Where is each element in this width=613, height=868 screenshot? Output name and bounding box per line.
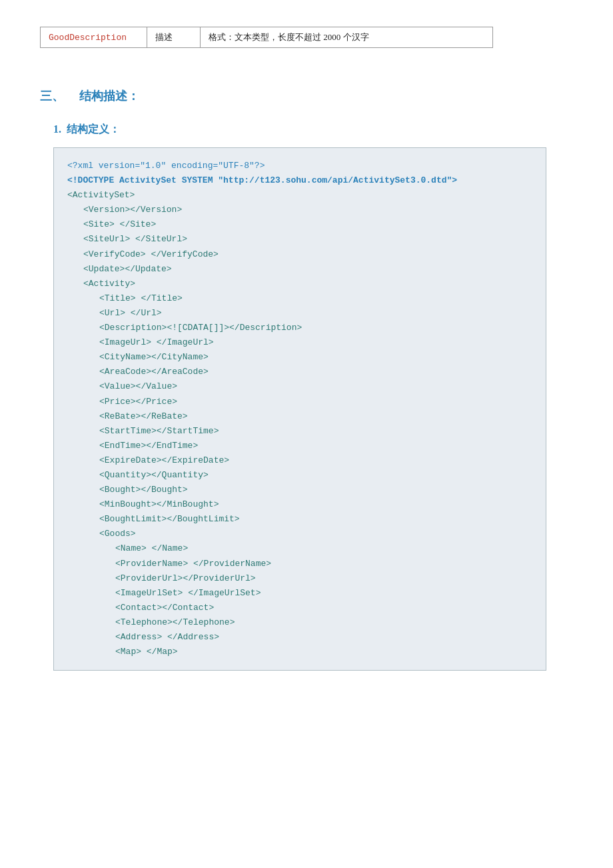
code-line-31: <Contact></Contact> — [67, 601, 532, 615]
code-line-25: <BoughtLimit></BoughtLimit> — [67, 512, 532, 527]
code-line-5: <Site> </Site> — [67, 217, 532, 232]
code-line-9: <Activity> — [67, 277, 532, 291]
code-line-24: <MinBought></MinBought> — [67, 497, 532, 512]
code-line-29: <ProviderUrl></ProviderUrl> — [67, 571, 532, 586]
code-line-27: <Name> </Name> — [67, 541, 532, 556]
code-line-2: <!DOCTYPE ActivitySet SYSTEM "http://t12… — [67, 173, 532, 188]
subsection-heading: 1. 结构定义： — [53, 123, 573, 137]
code-line-10: <Title> </Title> — [67, 291, 532, 306]
field-desc-cell: 格式：文本类型，长度不超过 2000 个汉字 — [201, 27, 493, 48]
code-line-34: <Map> </Map> — [67, 645, 532, 659]
code-line-19: <StartTime></StartTime> — [67, 424, 532, 439]
code-line-22: <Quantity></Quantity> — [67, 468, 532, 483]
code-line-8: <Update></Update> — [67, 262, 532, 277]
code-line-7: <VerifyCode> </VerifyCode> — [67, 247, 532, 262]
code-line-6: <SiteUrl> </SiteUrl> — [67, 232, 532, 247]
code-line-28: <ProviderName> </ProviderName> — [67, 557, 532, 571]
field-name-cell: GoodDescription — [41, 27, 147, 48]
code-line-14: <CityName></CityName> — [67, 350, 532, 365]
code-line-20: <EndTime></EndTime> — [67, 439, 532, 453]
code-line-15: <AreaCode></AreaCode> — [67, 365, 532, 379]
code-line-13: <ImageUrl> </ImageUrl> — [67, 335, 532, 350]
code-line-21: <ExpireDate></ExpireDate> — [67, 453, 532, 468]
code-line-30: <ImageUrlSet> </ImageUrlSet> — [67, 586, 532, 601]
code-line-3: <ActivitySet> — [67, 188, 532, 203]
code-line-12: <Description><![CDATA[]]></Description> — [67, 321, 532, 335]
section-heading: 三、 结构描述： — [40, 88, 573, 104]
field-label-cell: 描述 — [147, 27, 201, 48]
code-block: <?xml version="1.0" encoding="UTF-8"?> <… — [53, 147, 546, 671]
code-line-11: <Url> </Url> — [67, 306, 532, 321]
code-line-18: <ReBate></ReBate> — [67, 409, 532, 424]
code-line-4: <Version></Version> — [67, 203, 532, 217]
code-line-33: <Address> </Address> — [67, 630, 532, 645]
field-table: GoodDescription 描述 格式：文本类型，长度不超过 2000 个汉… — [40, 27, 493, 48]
code-line-32: <Telephone></Telephone> — [67, 615, 532, 630]
code-line-16: <Value></Value> — [67, 379, 532, 394]
code-line-1: <?xml version="1.0" encoding="UTF-8"?> — [67, 159, 532, 173]
code-line-17: <Price></Price> — [67, 395, 532, 409]
code-line-23: <Bought></Bought> — [67, 483, 532, 497]
code-line-26: <Goods> — [67, 527, 532, 541]
table-row: GoodDescription 描述 格式：文本类型，长度不超过 2000 个汉… — [41, 27, 493, 48]
